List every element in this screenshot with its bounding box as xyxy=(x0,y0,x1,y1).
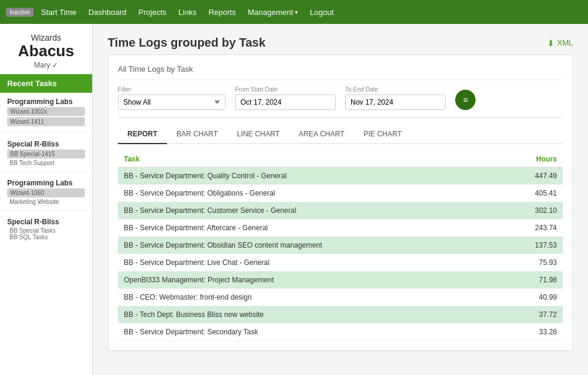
sidebar-username: Mary ✓ xyxy=(6,61,86,69)
task-cell: OpenBl333 Management: Project Management xyxy=(118,272,501,289)
download-icon: ⬇ xyxy=(547,38,555,48)
table-row: BB - Service Department: Obligations - G… xyxy=(118,185,563,202)
to-date-label: To End Date xyxy=(345,86,446,93)
logo-abacus: Abacus xyxy=(6,42,86,60)
filter-apply-button[interactable]: ≡ xyxy=(455,90,476,110)
sidebar-task-item[interactable]: Wizard-1002x xyxy=(7,107,85,116)
nav-management-dropdown[interactable]: Management ▾ xyxy=(248,8,298,17)
hours-cell: 137.53 xyxy=(501,237,563,254)
xml-label: XML xyxy=(557,38,573,47)
all-time-label: All Time Logs by Task xyxy=(118,65,563,74)
hours-cell: 40.99 xyxy=(501,289,563,306)
chart-tabs: REPORT BAR CHART LINE CHART AREA CHART P… xyxy=(118,125,563,144)
management-chevron-icon: ▾ xyxy=(295,9,298,16)
table-row: BB - Service Department: Quality Control… xyxy=(118,167,563,185)
col-header-hours: Hours xyxy=(501,151,563,167)
table-row: BB - Service Department: Aftercare - Gen… xyxy=(118,219,563,237)
sidebar-task-item[interactable]: BB Special-1415 xyxy=(7,150,85,158)
tab-line-chart[interactable]: LINE CHART xyxy=(227,125,289,144)
task-cell: BB - Tech Dept: Business Bliss new websi… xyxy=(118,306,501,324)
sidebar-section-4: Special R-Bliss BB Special Tasks BB SQL … xyxy=(0,213,92,243)
table-row: BB - Service Department: Secondary Task … xyxy=(118,324,563,341)
xml-export-link[interactable]: ⬇ XML xyxy=(547,38,573,48)
table-row: OpenBl333 Management: Project Management… xyxy=(118,272,563,289)
hours-cell: 302.10 xyxy=(501,202,563,219)
task-cell: BB - Service Department: Aftercare - Gen… xyxy=(118,219,501,237)
report-table: Task Hours BB - Service Department: Qual… xyxy=(118,151,563,341)
to-date-input[interactable] xyxy=(345,94,446,110)
filter-group-to: To End Date xyxy=(345,86,446,110)
task-cell: BB - Service Department: Customer Servic… xyxy=(118,202,501,219)
nav-dashboard[interactable]: Dashboard xyxy=(89,8,127,17)
filter-icon: ≡ xyxy=(463,95,468,105)
hours-cell: 37.72 xyxy=(501,306,563,324)
top-navigation: Inactive Start Time Dashboard Projects L… xyxy=(0,0,588,24)
task-cell: BB - Service Department: Obligations - G… xyxy=(118,185,501,202)
hours-cell: 405.41 xyxy=(501,185,563,202)
from-date-label: From Start Date xyxy=(235,86,336,93)
sidebar-project-special-rbliss-2: Special R-Bliss xyxy=(7,218,85,226)
sidebar-section-2: Special R-Bliss BB Special-1415 BB Tech … xyxy=(0,135,92,169)
hours-cell: 447.49 xyxy=(501,167,563,185)
table-row: BB - Service Department: Customer Servic… xyxy=(118,202,563,219)
sidebar-task-bb-sql: BB SQL Tasks xyxy=(7,234,85,240)
from-date-input[interactable] xyxy=(235,94,336,110)
filter-group-type: Filter Show All xyxy=(118,86,226,110)
sidebar-subtask-2: Marketing Website xyxy=(7,199,85,205)
sidebar-subtask: BB Tech Support xyxy=(7,160,85,166)
tab-report[interactable]: REPORT xyxy=(118,125,167,144)
nav-start-time[interactable]: Start Time xyxy=(41,8,76,17)
sidebar-task-bb-special: BB Special Tasks xyxy=(7,227,85,234)
tab-bar-chart[interactable]: BAR CHART xyxy=(167,125,227,144)
task-cell: BB - Service Department: Secondary Task xyxy=(118,324,501,341)
inactive-badge: Inactive xyxy=(6,8,33,17)
sidebar-project-programming-labs-2: Programming Labs xyxy=(7,179,85,187)
content-card: All Time Logs by Task Filter Show All Fr… xyxy=(108,54,573,351)
sidebar-section-1: Programming Labs Wizard-1002x Wizard-141… xyxy=(0,93,92,130)
sidebar-project-programming-labs-1: Programming Labs xyxy=(7,97,85,106)
main-content: Time Logs grouped by Task ⬇ XML All Time… xyxy=(93,24,588,375)
table-row: BB - Service Department: Live Chat - Gen… xyxy=(118,254,563,272)
table-row: BB - Tech Dept: Business Bliss new websi… xyxy=(118,306,563,324)
hours-cell: 33.28 xyxy=(501,324,563,341)
task-cell: BB - Service Department: Quality Control… xyxy=(118,167,501,185)
task-cell: BB - CEO: Webmaster: front-end design xyxy=(118,289,501,306)
logo-wizards: Wizards xyxy=(6,33,86,42)
task-cell: BB - Service Department: Obsidian SEO co… xyxy=(118,237,501,254)
tab-pie-chart[interactable]: PIE CHART xyxy=(354,125,412,144)
nav-management-label: Management xyxy=(248,8,293,17)
col-header-task: Task xyxy=(118,151,501,167)
nav-links: Start Time Dashboard Projects Links Repo… xyxy=(41,8,333,17)
page-title: Time Logs grouped by Task xyxy=(108,36,266,50)
nav-projects[interactable]: Projects xyxy=(138,8,166,17)
sidebar-section-3: Programming Labs Wizard-1060 Marketing W… xyxy=(0,174,92,208)
page-header: Time Logs grouped by Task ⬇ XML xyxy=(108,36,573,50)
sidebar-project-special-rbliss-1: Special R-Bliss xyxy=(7,140,85,148)
tab-area-chart[interactable]: AREA CHART xyxy=(289,125,354,144)
sidebar-task-item[interactable]: Wizard-1411 xyxy=(7,117,85,126)
table-row: BB - CEO: Webmaster: front-end design 40… xyxy=(118,289,563,306)
hours-cell: 75.93 xyxy=(501,254,563,272)
sidebar-logo: Wizards Abacus Mary ✓ xyxy=(0,24,92,74)
filter-group-from: From Start Date xyxy=(235,86,336,110)
hours-cell: 243.74 xyxy=(501,219,563,237)
sidebar: Wizards Abacus Mary ✓ Recent Tasks Progr… xyxy=(0,24,93,375)
nav-logout[interactable]: Logout xyxy=(310,8,334,17)
task-cell: BB - Service Department: Live Chat - Gen… xyxy=(118,254,501,272)
nav-reports[interactable]: Reports xyxy=(209,8,236,17)
filter-bar: Filter Show All From Start Date To End D… xyxy=(118,86,563,118)
filter-select[interactable]: Show All xyxy=(118,94,226,110)
recent-tasks-header: Recent Tasks xyxy=(0,74,92,93)
nav-links[interactable]: Links xyxy=(178,8,196,17)
hours-cell: 71.98 xyxy=(501,272,563,289)
filter-label: Filter xyxy=(118,86,226,93)
table-row: BB - Service Department: Obsidian SEO co… xyxy=(118,237,563,254)
sidebar-task-item[interactable]: Wizard-1060 xyxy=(7,188,85,197)
